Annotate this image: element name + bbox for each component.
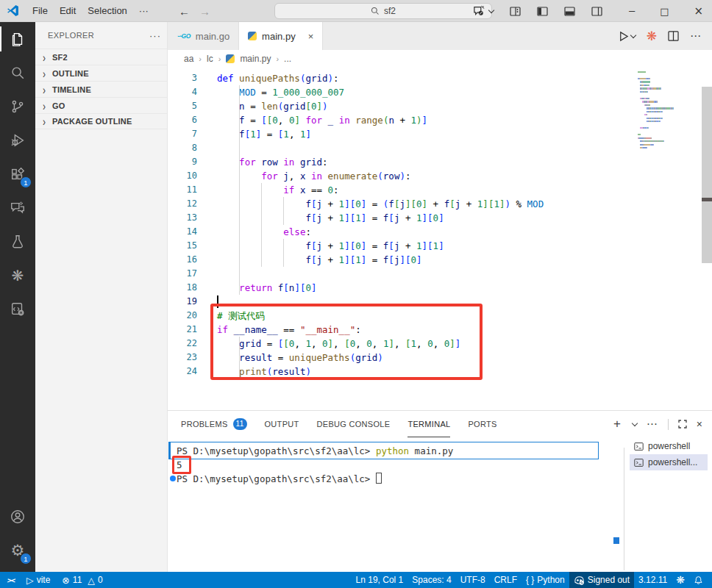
terminal-output[interactable]: PS D:\mysetup\gopath\src\sf2\aa\lc> pyth… (168, 444, 602, 486)
code-line[interactable]: 12 f[j + 1][0] = (f[j][0] + f[j + 1][1])… (168, 197, 712, 211)
close-panel-icon[interactable]: × (697, 418, 702, 430)
sidebar-section-sf2[interactable]: ›SF2 (35, 49, 167, 65)
code-line[interactable]: 5 n = len(grid[0]) (168, 99, 712, 113)
line-number[interactable]: 24 (168, 365, 197, 379)
line-number[interactable]: 4 (168, 85, 197, 99)
cursor-position[interactable]: Ln 19, Col 1 (352, 572, 408, 588)
panel-tab-output[interactable]: OUTPUT (265, 411, 299, 437)
run-python-button[interactable] (618, 31, 636, 42)
breadcrumb-item-file[interactable]: main.py (240, 54, 271, 64)
line-number[interactable]: 13 (168, 211, 197, 225)
code-line[interactable]: 9 for row in grid: (168, 155, 712, 169)
scrollbar-thumb[interactable] (702, 87, 712, 263)
activity-settings-icon[interactable]: ⚙ 1 (0, 534, 35, 567)
task-vite[interactable]: ▷vite (22, 572, 54, 588)
nav-back-icon[interactable]: ← (179, 0, 190, 22)
breadcrumb-item-aa[interactable]: aa (184, 54, 193, 64)
code-line[interactable]: 7 f[1] = [1, 1] (168, 127, 712, 141)
language-mode[interactable]: { }Python (521, 572, 569, 588)
toggle-secondary-sidebar-icon[interactable] (591, 7, 602, 16)
extension-swirl-status-icon[interactable]: ❋ (672, 572, 689, 588)
activity-accounts-icon[interactable] (0, 500, 35, 534)
activity-testing-icon[interactable] (0, 225, 35, 259)
code-line[interactable]: 8 (168, 141, 712, 155)
code-line[interactable]: 4 MOD = 1_000_000_007 (168, 85, 712, 99)
code-line[interactable]: 10 for j, x in enumerate(row): (168, 169, 712, 183)
panel-tab-debug-console[interactable]: DEBUG CONSOLE (317, 411, 391, 437)
toggle-panel-icon[interactable] (564, 7, 575, 16)
line-number[interactable]: 18 (168, 281, 197, 295)
line-number[interactable]: 21 (168, 323, 197, 337)
line-number[interactable]: 5 (168, 99, 197, 113)
line-number[interactable]: 14 (168, 225, 197, 239)
line-number[interactable]: 22 (168, 337, 197, 351)
line-number[interactable]: 10 (168, 169, 197, 183)
line-number[interactable]: 23 (168, 351, 197, 365)
activity-explorer-icon[interactable] (0, 22, 35, 56)
menu-more[interactable]: ··· (133, 3, 154, 19)
menu-edit[interactable]: Edit (54, 3, 82, 19)
menu-selection[interactable]: Selection (82, 3, 132, 19)
line-number[interactable]: 12 (168, 197, 197, 211)
code-line[interactable]: 14 else: (168, 225, 712, 239)
breadcrumb-item-symbol[interactable]: ... (284, 54, 291, 64)
customize-layout-icon[interactable] (510, 7, 521, 16)
sidebar-more-icon[interactable]: ··· (149, 30, 161, 41)
code-editor[interactable]: 3def uniquePaths(grid):4 MOD = 1_000_000… (168, 68, 712, 410)
activity-run-debug-icon[interactable] (0, 123, 35, 157)
panel-more-icon[interactable]: ⋯ (647, 417, 658, 431)
close-icon[interactable]: × (694, 4, 703, 18)
line-number[interactable]: 8 (168, 141, 197, 155)
nav-forward-icon[interactable]: → (199, 0, 210, 22)
code-line[interactable]: 15 f[j + 1][0] = f[j + 1][1] (168, 239, 712, 253)
tab-main-go[interactable]: ∽GO main.go (168, 22, 239, 50)
terminal-list-splitter[interactable] (624, 448, 624, 570)
copilot-menu-icon[interactable] (472, 5, 494, 17)
command-decoration-dot[interactable] (170, 476, 176, 481)
run-dropdown-icon[interactable] (630, 32, 636, 37)
activity-extension-swirl-icon[interactable]: ❋ (0, 259, 35, 293)
tab-main-py[interactable]: main.py × (239, 22, 323, 50)
panel-tab-problems[interactable]: PROBLEMS 11 (181, 411, 247, 437)
code-line[interactable]: 17 (168, 267, 712, 281)
code-line[interactable]: 11 if x == 0: (168, 183, 712, 197)
terminal-view[interactable]: PS D:\mysetup\gopath\src\sf2\aa\lc> pyth… (168, 437, 712, 572)
activity-source-control-icon[interactable] (0, 90, 35, 123)
terminal-dropdown-icon[interactable] (632, 420, 638, 426)
encoding[interactable]: UTF-8 (456, 572, 490, 588)
new-terminal-icon[interactable]: + (613, 417, 621, 431)
sidebar-section-go[interactable]: ›GO (35, 97, 167, 113)
sidebar-section-package-outline[interactable]: ›PACKAGE OUTLINE (35, 113, 167, 129)
editor-more-actions-icon[interactable]: ⋯ (690, 29, 702, 43)
sidebar-section-timeline[interactable]: ›TIMELINE (35, 81, 167, 97)
extension-starburst-icon[interactable]: ❋ (647, 29, 657, 43)
activity-search-icon[interactable] (0, 56, 35, 90)
line-number[interactable]: 17 (168, 267, 197, 281)
split-editor-icon[interactable] (668, 31, 679, 41)
toggle-primary-sidebar-icon[interactable] (537, 7, 548, 16)
search-input[interactable]: sf2 (274, 3, 492, 19)
code-line[interactable]: 3def uniquePaths(grid): (168, 71, 712, 85)
line-number[interactable]: 11 (168, 183, 197, 197)
breadcrumb-item-lc[interactable]: lc (207, 54, 213, 64)
panel-tab-ports[interactable]: PORTS (468, 411, 496, 437)
maximize-icon[interactable]: □ (660, 6, 669, 17)
minimize-icon[interactable]: ─ (629, 6, 635, 17)
code-line[interactable]: 16 f[j + 1][1] = f[j][0] (168, 253, 712, 267)
line-number[interactable]: 9 (168, 155, 197, 169)
editor-scrollbar[interactable] (702, 68, 712, 410)
menu-file[interactable]: File (26, 3, 54, 19)
terminal-instance-item[interactable]: powershell (630, 438, 708, 454)
tab-close-icon[interactable]: × (308, 31, 314, 42)
panel-tab-terminal[interactable]: TERMINAL (407, 411, 450, 437)
line-number[interactable]: 16 (168, 253, 197, 267)
sidebar-section-outline[interactable]: ›OUTLINE (35, 65, 167, 81)
copilot-signed-out[interactable]: Signed out (569, 572, 634, 588)
eol-sequence[interactable]: CRLF (490, 572, 521, 588)
code-line[interactable]: 18 return f[n][0] (168, 281, 712, 295)
line-number[interactable]: 3 (168, 71, 197, 85)
remote-indicator[interactable]: >< (3, 572, 19, 588)
code-line[interactable]: 6 f = [[0, 0] for _ in range(n + 1)] (168, 113, 712, 127)
maximize-panel-icon[interactable] (678, 420, 687, 429)
line-number[interactable]: 6 (168, 113, 197, 127)
